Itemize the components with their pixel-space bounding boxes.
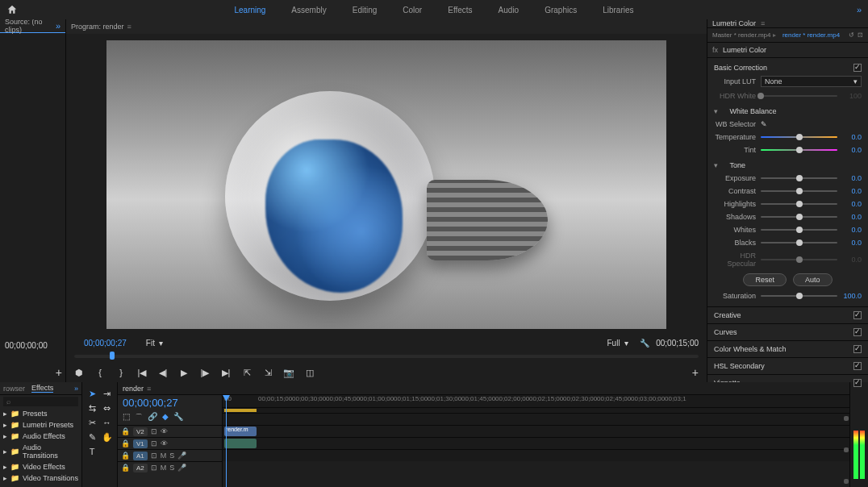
- tab-effects[interactable]: Effects: [448, 6, 472, 15]
- source-add-button[interactable]: +: [56, 366, 62, 379]
- temperature-slider[interactable]: [761, 136, 837, 138]
- shadows-value[interactable]: 0.0: [842, 213, 862, 221]
- eyedropper-icon[interactable]: ✎: [761, 120, 767, 128]
- ripple-tool-icon[interactable]: ⇆: [86, 402, 98, 414]
- track-a1[interactable]: [223, 437, 849, 449]
- timeline-vscroll[interactable]: [843, 413, 849, 487]
- more-workspaces-icon[interactable]: »: [857, 5, 862, 15]
- go-to-in-icon[interactable]: |◀: [137, 368, 147, 377]
- creative-toggle[interactable]: [853, 311, 862, 319]
- exposure-slider[interactable]: [761, 177, 837, 179]
- tab-graphics[interactable]: Graphics: [545, 6, 577, 15]
- comparison-icon[interactable]: ◫: [305, 368, 315, 377]
- tl-opt-nest[interactable]: ⬚: [123, 412, 130, 423]
- timeline-tracks-area[interactable]: 00 00;00;15;00 00;00;30;00 00;00;45;00 0…: [223, 395, 849, 487]
- tl-opt-marker[interactable]: ◆: [162, 412, 169, 423]
- program-menu-icon[interactable]: ≡: [127, 23, 131, 31]
- zoom-fit-dropdown[interactable]: Fit ▾: [146, 339, 164, 348]
- tint-value[interactable]: 0.0: [842, 146, 862, 154]
- tree-item-lumetri-presets[interactable]: ▸📁Lumetri Presets: [0, 419, 81, 431]
- tone-header[interactable]: Tone: [730, 161, 746, 169]
- blacks-value[interactable]: 0.0: [842, 239, 862, 247]
- mark-out-button[interactable]: }: [116, 368, 126, 377]
- lumetri-panel-title[interactable]: Lumetri Color≡: [707, 19, 868, 28]
- effects-more-icon[interactable]: »: [74, 385, 78, 393]
- track-header-v1[interactable]: 🔒V1⊡👁: [118, 437, 222, 449]
- selection-tool-icon[interactable]: ➤: [86, 387, 98, 400]
- shadows-slider[interactable]: [761, 216, 837, 218]
- effects-search-input[interactable]: [3, 397, 78, 406]
- auto-button[interactable]: Auto: [793, 273, 833, 286]
- color-wheels-toggle[interactable]: [853, 345, 862, 353]
- tl-opt-link[interactable]: 🔗: [148, 412, 157, 423]
- home-icon[interactable]: [6, 4, 18, 15]
- program-add-button[interactable]: +: [692, 366, 699, 379]
- saturation-slider[interactable]: [761, 295, 837, 297]
- tree-item-video-effects[interactable]: ▸📁Video Effects: [0, 461, 81, 472]
- tab-editing[interactable]: Editing: [353, 6, 378, 15]
- scrubber-playhead[interactable]: [110, 352, 115, 360]
- tree-item-audio-effects[interactable]: ▸📁Audio Effects: [0, 431, 81, 442]
- contrast-value[interactable]: 0.0: [842, 187, 862, 195]
- track-a2[interactable]: [223, 449, 849, 461]
- timeline-timecode[interactable]: 00;00;00;27: [118, 395, 222, 410]
- slip-tool-icon[interactable]: ↔: [101, 416, 114, 429]
- track-header-a2[interactable]: 🔒A2⊡MS🎤: [118, 461, 222, 473]
- export-frame-icon[interactable]: 📷: [284, 368, 294, 377]
- track-header-a1[interactable]: 🔒A1⊡MS🎤: [118, 449, 222, 461]
- reset-button[interactable]: Reset: [743, 273, 787, 286]
- exposure-value[interactable]: 0.0: [842, 174, 862, 182]
- resolution-dropdown[interactable]: Full ▾: [607, 339, 628, 348]
- section-curves[interactable]: Curves: [707, 324, 868, 341]
- razor-tool-icon[interactable]: ✂: [86, 416, 98, 429]
- track-v1[interactable]: render.m: [223, 425, 849, 437]
- play-icon[interactable]: ▶: [179, 368, 189, 377]
- saturation-value[interactable]: 100.0: [842, 292, 862, 300]
- pen-tool-icon[interactable]: ✎: [86, 431, 98, 443]
- curves-toggle[interactable]: [853, 328, 862, 336]
- mark-in-button[interactable]: {: [95, 368, 105, 377]
- contrast-slider[interactable]: [761, 190, 837, 192]
- basic-correction-toggle[interactable]: [853, 64, 862, 72]
- program-timecode-current[interactable]: 00;00;00;27: [84, 339, 127, 348]
- extract-icon[interactable]: ⇲: [263, 368, 273, 377]
- highlights-slider[interactable]: [761, 203, 837, 205]
- hsl-toggle[interactable]: [853, 362, 862, 370]
- timeline-playhead[interactable]: [226, 395, 227, 487]
- highlights-value[interactable]: 0.0: [842, 200, 862, 208]
- tab-assembly[interactable]: Assembly: [291, 6, 326, 15]
- white-balance-header[interactable]: White Balance: [730, 107, 777, 115]
- step-forward-icon[interactable]: |▶: [200, 368, 210, 377]
- source-panel-title[interactable]: Source: (no clips) »: [0, 19, 65, 33]
- whites-slider[interactable]: [761, 229, 837, 231]
- tab-learning[interactable]: Learning: [234, 6, 265, 15]
- track-v2[interactable]: [223, 413, 849, 425]
- rolling-tool-icon[interactable]: ⇔: [101, 402, 114, 414]
- video-clip[interactable]: render.m: [224, 427, 257, 436]
- program-scrubber[interactable]: [74, 352, 699, 361]
- hand-tool-icon[interactable]: ✋: [101, 431, 114, 443]
- tab-browser[interactable]: rowser: [3, 385, 25, 393]
- tree-item-presets[interactable]: ▸📁Presets: [0, 408, 81, 419]
- temperature-value[interactable]: 0.0: [842, 133, 862, 141]
- type-tool-icon[interactable]: T: [86, 445, 98, 458]
- tree-item-video-transitions[interactable]: ▸📁Video Transitions: [0, 472, 81, 484]
- input-lut-dropdown[interactable]: None▾: [761, 76, 862, 87]
- mark-in-icon[interactable]: ⬢: [74, 368, 84, 377]
- section-basic-correction[interactable]: Basic Correction Input LUT None▾ HDR Whi…: [707, 58, 868, 307]
- tl-opt-settings[interactable]: 🔧: [173, 412, 183, 423]
- go-to-out-icon[interactable]: ▶|: [221, 368, 231, 377]
- step-back-icon[interactable]: ◀|: [158, 368, 168, 377]
- tint-slider[interactable]: [761, 149, 837, 151]
- vignette-toggle[interactable]: [853, 379, 862, 387]
- lift-icon[interactable]: ⇱: [242, 368, 252, 377]
- program-panel-header[interactable]: Program: render ≡: [66, 19, 707, 34]
- tab-audio[interactable]: Audio: [499, 6, 520, 15]
- blacks-slider[interactable]: [761, 242, 837, 244]
- track-select-tool-icon[interactable]: ⇥: [101, 387, 114, 400]
- audio-clip[interactable]: [224, 439, 257, 448]
- tl-opt-snap[interactable]: ⌒: [135, 412, 143, 423]
- tab-libraries[interactable]: Libraries: [603, 6, 633, 15]
- program-viewport[interactable]: [66, 34, 707, 335]
- tab-effects-browser[interactable]: Effects: [31, 384, 53, 393]
